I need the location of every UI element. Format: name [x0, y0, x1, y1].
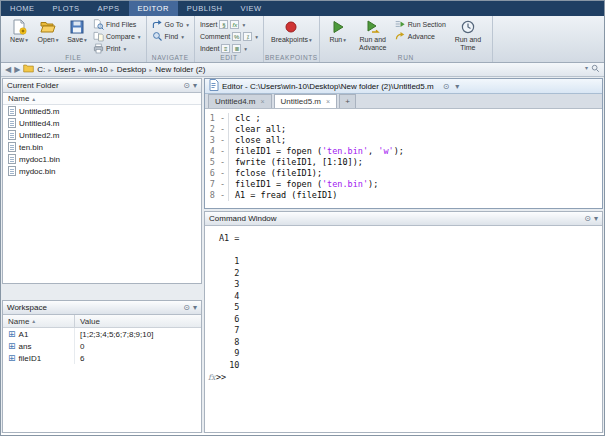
- run-and-advance-icon: [365, 19, 381, 35]
- code-line[interactable]: 4 -fileID1 = fopen ('ten.bin', 'w');: [205, 146, 602, 157]
- command-window-body[interactable]: A1 = 1 2 3 4 5 6 7 8 9 10 fx >>: [205, 227, 602, 432]
- dropdown-arrow-icon: ▾: [309, 37, 312, 43]
- panel-minimize-icon[interactable]: ⊙: [584, 214, 591, 223]
- code-line[interactable]: 7 -fileID1 = fopen ('ten.bin');: [205, 179, 602, 190]
- panel-menu-icon[interactable]: ▾: [455, 82, 459, 91]
- variable-value: [1;2;3;4;5;6;7;8;9;10]: [75, 330, 201, 339]
- file-item[interactable]: Untitled2.m: [3, 129, 201, 141]
- new-button[interactable]: New▾: [6, 18, 32, 46]
- file-name: Untitled4.m: [19, 119, 59, 128]
- dropdown-arrow-icon: ▾: [84, 37, 87, 43]
- current-folder-title: Current Folder: [7, 81, 59, 90]
- compare-icon: [93, 31, 104, 42]
- workspace-row[interactable]: ⊞A1[1;2;3;4;5;6;7;8;9;10]: [3, 328, 201, 340]
- close-tab-icon[interactable]: ×: [260, 98, 264, 105]
- ribbon-tab-editor[interactable]: EDITOR: [129, 1, 178, 16]
- code-line[interactable]: 1 -clc ;: [205, 113, 602, 124]
- workspace-row[interactable]: ⊞fileID16: [3, 352, 201, 364]
- workspace-value-column[interactable]: Value: [75, 315, 201, 327]
- breadcrumb-item[interactable]: C:: [37, 65, 45, 74]
- ribbon-tab-home[interactable]: HOME: [1, 1, 44, 16]
- file-icon: [8, 106, 16, 116]
- workspace-column-headers: Name▲ Value: [3, 315, 201, 328]
- dropdown-arrow-icon: ▾: [138, 34, 141, 40]
- code-line[interactable]: 8 -A1 = fread (fileID1): [205, 190, 602, 201]
- address-search-icon[interactable]: [591, 64, 600, 75]
- code-line[interactable]: 3 -close all;: [205, 135, 602, 146]
- code-text: fwrite (fileID1, [1:10]);: [235, 157, 363, 168]
- panel-minimize-icon[interactable]: ⊙: [443, 82, 450, 91]
- find-files-button[interactable]: Find Files: [93, 19, 141, 30]
- goto-button[interactable]: Go To ▾: [152, 19, 189, 30]
- file-item[interactable]: Untitled4.m: [3, 117, 201, 129]
- dropdown-arrow-icon: ▾: [242, 22, 245, 28]
- variable-grid-icon: ⊞: [8, 342, 16, 351]
- breadcrumb-item[interactable]: Desktop: [117, 65, 146, 74]
- file-item[interactable]: mydoc.bin: [3, 165, 201, 177]
- panel-menu-icon[interactable]: ▾: [594, 214, 598, 223]
- insert-label: Insert: [200, 21, 218, 28]
- panel-menu-icon[interactable]: ▾: [193, 81, 197, 90]
- workspace-name-column[interactable]: Name▲: [3, 315, 75, 327]
- right-column: Editor - C:\Users\win-10\Desktop\New fol…: [204, 78, 603, 433]
- run-and-advance-button[interactable]: Run and Advance: [354, 18, 392, 52]
- group-label-edit: EDIT: [195, 54, 263, 61]
- code-text: close all;: [235, 135, 286, 146]
- workspace-header: Workspace ⊙ ▾: [3, 301, 201, 315]
- line-number: 8 -: [205, 190, 229, 201]
- panel-minimize-icon[interactable]: ⊙: [183, 303, 190, 312]
- open-folder-icon: [40, 19, 56, 35]
- comment-button[interactable]: Comment % ⁒ ▾: [200, 31, 258, 42]
- close-tab-icon[interactable]: ×: [326, 98, 330, 105]
- panel-menu-icon[interactable]: ▾: [193, 303, 197, 312]
- file-item[interactable]: mydoc1.bin: [3, 153, 201, 165]
- save-button[interactable]: Save▾: [64, 18, 90, 46]
- ribbon-tab-publish[interactable]: PUBLISH: [178, 1, 232, 16]
- new-tab-button[interactable]: +: [339, 94, 356, 108]
- run-section-label: Run Section: [408, 21, 446, 28]
- ribbon-group-navigate: Go To ▾ Find ▾ NAVIGATE: [147, 16, 195, 62]
- back-button[interactable]: ◀: [5, 65, 11, 74]
- insert-section-icon: §: [219, 20, 228, 29]
- name-column-header[interactable]: Name ▲: [3, 93, 201, 105]
- open-button[interactable]: Open▾: [35, 18, 61, 46]
- editor-tab[interactable]: Untitled5.m×: [274, 94, 338, 108]
- file-item[interactable]: Untitled5.m: [3, 105, 201, 117]
- workspace-rows: ⊞A1[1;2;3;4;5;6;7;8;9;10]⊞ans0⊞fileID16: [3, 328, 201, 364]
- panel-minimize-icon[interactable]: ⊙: [183, 81, 190, 90]
- print-button[interactable]: Print ▾: [93, 43, 141, 54]
- breadcrumb-item[interactable]: win-10: [84, 65, 108, 74]
- workspace-title: Workspace: [7, 303, 47, 312]
- advance-button[interactable]: Advance: [395, 31, 446, 42]
- command-prompt-row[interactable]: fx >>: [205, 371, 602, 383]
- file-item[interactable]: ten.bin: [3, 141, 201, 153]
- code-line[interactable]: 6 -fclose (fileID1);: [205, 168, 602, 179]
- code-area[interactable]: 1 -clc ;2 -clear all;3 -close all;4 -fil…: [205, 110, 602, 208]
- address-dropdown-icon[interactable]: ▾: [585, 64, 588, 75]
- breadcrumb-separator-icon: ▸: [148, 66, 153, 73]
- ribbon-tab-view[interactable]: VIEW: [231, 1, 270, 16]
- insert-button[interactable]: Insert § fx ▾: [200, 19, 258, 30]
- run-and-time-button[interactable]: Run and Time: [449, 18, 487, 52]
- group-label-run: RUN: [320, 54, 492, 61]
- compare-button[interactable]: Compare ▾: [93, 31, 141, 42]
- editor-tab[interactable]: Untitled4.m×: [208, 94, 272, 108]
- find-button[interactable]: Find ▾: [152, 31, 189, 42]
- ribbon-group-run: Run▾ Run and Advance Run Section Adv: [320, 16, 493, 62]
- indent-button[interactable]: Indent ≡ ≣ ▾: [200, 43, 258, 54]
- forward-button[interactable]: ▶: [14, 65, 20, 74]
- breadcrumb-separator-icon: ▸: [77, 66, 82, 73]
- line-number: 1 -: [205, 113, 229, 124]
- breadcrumb-item[interactable]: Users: [54, 65, 75, 74]
- code-line[interactable]: 2 -clear all;: [205, 124, 602, 135]
- workspace-panel: Workspace ⊙ ▾ Name▲ Value ⊞A1[1;2;3;4;5;…: [2, 300, 202, 433]
- ribbon-tab-apps[interactable]: APPS: [89, 1, 129, 16]
- breakpoints-button[interactable]: Breakpoints▾: [269, 18, 314, 46]
- breadcrumb-item[interactable]: New folder (2): [155, 65, 205, 74]
- code-text: fileID1 = fopen ('ten.bin', 'w');: [235, 146, 404, 157]
- run-section-button[interactable]: Run Section: [395, 19, 446, 30]
- ribbon-tab-plots[interactable]: PLOTS: [44, 1, 89, 16]
- run-button[interactable]: Run▾: [325, 18, 351, 46]
- workspace-row[interactable]: ⊞ans0: [3, 340, 201, 352]
- code-line[interactable]: 5 -fwrite (fileID1, [1:10]);: [205, 157, 602, 168]
